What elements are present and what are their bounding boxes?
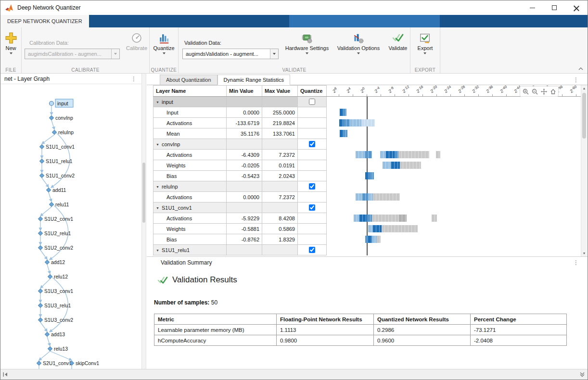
- collapse-icon[interactable]: ▼: [156, 249, 159, 252]
- quantize-checkbox[interactable]: [309, 247, 315, 253]
- tab-dynamic-range-statistics[interactable]: Dynamic Range Statistics: [217, 75, 290, 85]
- panel-menu-icon[interactable]: ⋮: [572, 260, 580, 266]
- histogram-bar-segment: [372, 236, 377, 243]
- validate-button[interactable]: Validate: [386, 31, 409, 51]
- maximize-button[interactable]: [543, 0, 565, 15]
- graph-node[interactable]: S1U2_conv2: [38, 245, 73, 251]
- stats-item-row[interactable]: Bias-0.54232.0243: [153, 171, 327, 181]
- scroll-up-icon[interactable]: ▲: [581, 85, 587, 91]
- close-button[interactable]: [565, 0, 588, 15]
- panel-menu-icon[interactable]: ⋮: [130, 76, 138, 82]
- stats-group-row[interactable]: ▼convInp: [153, 139, 327, 150]
- layer-graph-scrollbar[interactable]: [141, 74, 146, 369]
- stats-item-row[interactable]: Weights-0.58810.5869: [153, 224, 327, 234]
- graph-node[interactable]: input: [50, 99, 74, 107]
- axis-tick-label: 20: [359, 86, 366, 94]
- graph-node[interactable]: S1U3_relu1: [38, 303, 71, 308]
- scrollbar-thumb[interactable]: [582, 93, 586, 139]
- max-value-cell: 0.5869: [262, 224, 298, 234]
- stats-item-row[interactable]: Bias-0.87621.8329: [153, 234, 327, 245]
- graph-node[interactable]: relu13: [48, 346, 68, 352]
- graph-node[interactable]: S1U2_conv1: [38, 216, 73, 222]
- stats-item-row[interactable]: Activations-133.6719219.8824: [153, 118, 327, 128]
- graph-node[interactable]: S1U1_conv1: [39, 144, 75, 150]
- export-button[interactable]: Export: [418, 31, 433, 54]
- graph-node[interactable]: S1U2_relu1: [38, 230, 71, 236]
- graph-node[interactable]: relu11: [49, 202, 69, 207]
- stats-item-row[interactable]: Activations-5.92298.4208: [153, 213, 327, 224]
- graph-node[interactable]: S1U1_relu1: [39, 158, 72, 164]
- graph-node[interactable]: reluInp: [52, 129, 74, 135]
- val-column-header: Metric: [154, 314, 277, 325]
- pan-icon[interactable]: [540, 88, 548, 95]
- graph-node[interactable]: skipConv1: [69, 360, 99, 366]
- layer-graph-canvas[interactable]: inputconvInpreluInpS1U1_conv1S1U1_relu1S…: [0, 84, 141, 369]
- graph-node[interactable]: S1U3_conv1: [38, 288, 73, 294]
- quantize-checkbox[interactable]: [309, 141, 315, 147]
- histogram-area[interactable]: 2824202-42-82-122-162-202-242-282-322-36…: [326, 85, 581, 256]
- title-bar: Deep Network Quantizer: [0, 0, 588, 15]
- stats-group-row[interactable]: ▼reluInp: [153, 181, 327, 192]
- quantize-button[interactable]: Quantize: [153, 31, 174, 54]
- axis-tick-label: 2-16: [415, 85, 425, 94]
- axis-tick-label: 2-8: [387, 86, 395, 94]
- stats-group-row[interactable]: ▼input: [153, 97, 327, 107]
- stats-item-row[interactable]: Weights-0.02050.0191: [153, 160, 327, 171]
- stats-group-row[interactable]: ▼S1U1_conv1: [153, 203, 327, 213]
- calibrate-button[interactable]: Calibrate: [125, 31, 149, 51]
- expand-corner-icon[interactable]: [579, 371, 585, 378]
- graph-node-label: add12: [51, 259, 65, 265]
- tab-about-quantization[interactable]: About Quantization: [160, 75, 217, 85]
- calibration-data-combo[interactable]: augimdsCalibration - augmen...: [25, 49, 120, 59]
- graph-edge: [39, 351, 50, 360]
- scrollbar-thumb[interactable]: [142, 163, 145, 223]
- histogram-bar-segment: [356, 151, 365, 158]
- combo-arrow-icon[interactable]: [270, 49, 278, 59]
- quantize-checkbox[interactable]: [309, 99, 315, 105]
- validation-options-button[interactable]: Validation Options: [333, 31, 383, 54]
- hardware-settings-button[interactable]: Hardware Settings: [283, 31, 331, 54]
- min-value-cell: 35.1176: [227, 128, 262, 139]
- stats-item-row[interactable]: Activations0.00007.2372: [153, 192, 327, 203]
- graph-node[interactable]: convInp: [49, 115, 73, 121]
- graph-node[interactable]: add11: [46, 187, 66, 193]
- collapse-icon[interactable]: ▼: [156, 143, 159, 146]
- graph-node-label: S1U2_conv2: [44, 245, 73, 251]
- stats-scrollbar[interactable]: ▲ ▼: [581, 85, 587, 256]
- restore-view-icon[interactable]: [549, 88, 557, 95]
- calibrate-gauge-icon: [131, 32, 142, 44]
- new-button[interactable]: New: [5, 31, 17, 54]
- stats-header-row: Layer NameMin ValueMax ValueQuantize: [153, 86, 327, 97]
- graph-node[interactable]: add12: [45, 259, 65, 265]
- collapse-icon[interactable]: ▼: [156, 185, 159, 189]
- combo-arrow-icon[interactable]: [111, 49, 119, 59]
- dock-left-icon[interactable]: [2, 371, 9, 378]
- layer-graph-title: net - Layer Graph: [4, 76, 50, 82]
- graph-node-label: S1U1_relu1: [46, 158, 73, 164]
- validation-summary-title: Validation Summary: [161, 259, 212, 266]
- stats-group-row[interactable]: ▼S1U1_relu1: [153, 245, 327, 255]
- ribbon-tab-deep-network-quantizer[interactable]: DEEP NETWORK QUANTIZER: [0, 15, 89, 27]
- graph-node[interactable]: add13: [45, 331, 65, 337]
- zoom-in-icon[interactable]: [522, 88, 529, 95]
- histogram-row: [326, 139, 581, 150]
- scroll-down-icon[interactable]: ▼: [581, 250, 587, 256]
- graph-node[interactable]: S1U3_conv2: [38, 317, 73, 323]
- graph-node[interactable]: S1U1_conv2: [39, 173, 75, 178]
- stats-item-row[interactable]: Input0.0000255.0000: [153, 107, 327, 118]
- val-table-cell: 0.9800: [277, 335, 374, 346]
- zoom-out-icon[interactable]: [531, 88, 538, 95]
- graph-node[interactable]: relu12: [48, 274, 68, 279]
- quantize-checkbox[interactable]: [309, 183, 315, 190]
- validation-data-combo[interactable]: augimdsValidation - augment...: [182, 49, 279, 59]
- axis-tick: [339, 94, 339, 96]
- collapse-icon[interactable]: ▼: [156, 101, 159, 104]
- collapse-icon[interactable]: ▼: [156, 206, 159, 210]
- stats-item-row[interactable]: Mean35.1176133.7061: [153, 128, 327, 139]
- graph-node[interactable]: S2U1_conv1: [37, 360, 72, 366]
- minimize-button[interactable]: [521, 0, 543, 15]
- stats-item-row[interactable]: Activations-6.43097.2372: [153, 150, 327, 160]
- collapse-ribbon-icon[interactable]: [577, 66, 584, 71]
- panel-menu-icon[interactable]: ⋮: [572, 77, 580, 83]
- quantize-checkbox[interactable]: [309, 204, 315, 211]
